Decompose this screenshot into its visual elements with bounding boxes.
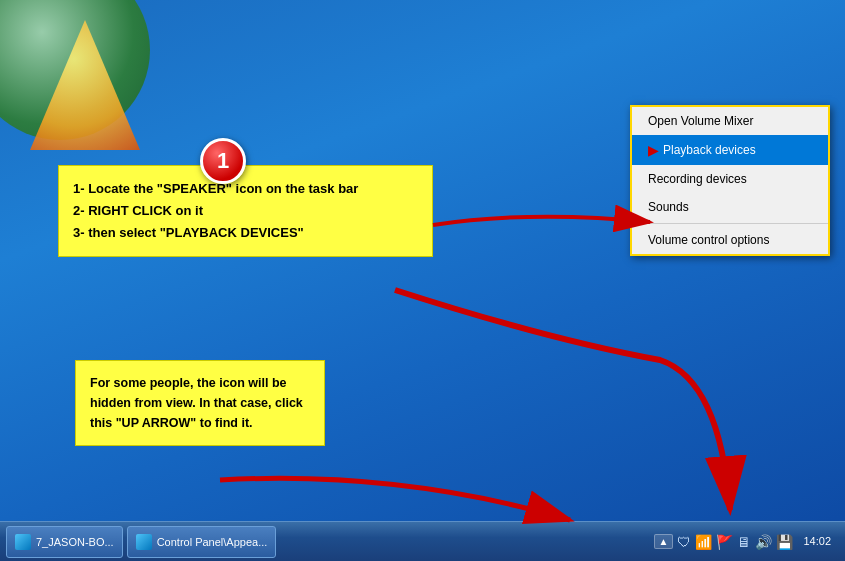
tray-drive-icon[interactable]: 💾 (776, 534, 793, 550)
taskbar: 7_JASON-BO... Control Panel\Appea... ▲ 🛡… (0, 521, 845, 561)
menu-item-playback-devices-label: Playback devices (663, 143, 756, 157)
step1-number: 1 (217, 148, 229, 174)
callout2-box: For some people, the icon will be hidden… (75, 360, 325, 446)
taskbar-item-1-icon (15, 534, 31, 550)
menu-item-volume-control-options-label: Volume control options (648, 233, 769, 247)
taskbar-item-1[interactable]: 7_JASON-BO... (6, 526, 123, 558)
callout1-line3: 3- then select "PLAYBACK DEVICES" (73, 222, 418, 244)
tray-speaker-icon[interactable]: 🔊 (755, 534, 772, 550)
tray-flag-icon[interactable]: 🚩 (716, 534, 733, 550)
taskbar-item-2[interactable]: Control Panel\Appea... (127, 526, 277, 558)
step1-circle: 1 (200, 138, 246, 184)
systray: ▲ 🛡 📶 🚩 🖥 🔊 💾 14:02 (646, 534, 845, 550)
tray-network-icon[interactable]: 📶 (695, 534, 712, 550)
taskbar-clock: 14:02 (797, 534, 837, 549)
menu-item-volume-control-options[interactable]: Volume control options (632, 226, 828, 254)
menu-item-playback-devices[interactable]: ▶ Playback devices (632, 135, 828, 165)
menu-item-sounds[interactable]: Sounds (632, 193, 828, 221)
start-area: 7_JASON-BO... Control Panel\Appea... (0, 522, 282, 561)
menu-item-recording-devices[interactable]: Recording devices (632, 165, 828, 193)
desktop: ▲ 🛡 📶 🔊 14:10 Open Volume Mixer ▶ Playba… (0, 0, 845, 561)
context-menu-separator (632, 223, 828, 224)
taskbar-item-1-label: 7_JASON-BO... (36, 536, 114, 548)
step1-badge: 1 (200, 138, 246, 184)
menu-item-recording-devices-label: Recording devices (648, 172, 747, 186)
callout1-line2: 2- RIGHT CLICK on it (73, 200, 418, 222)
callout2-text: For some people, the icon will be hidden… (90, 373, 310, 433)
menu-item-open-volume-mixer[interactable]: Open Volume Mixer (632, 107, 828, 135)
playback-arrow-indicator: ▶ (648, 142, 659, 158)
tray-security-icon[interactable]: 🛡 (677, 534, 691, 550)
menu-item-open-volume-mixer-label: Open Volume Mixer (648, 114, 753, 128)
menu-item-sounds-label: Sounds (648, 200, 689, 214)
tray-up-arrow[interactable]: ▲ (654, 534, 674, 549)
context-menu: Open Volume Mixer ▶ Playback devices Rec… (630, 105, 830, 256)
taskbar-item-2-label: Control Panel\Appea... (157, 536, 268, 548)
tray-monitor-icon[interactable]: 🖥 (737, 534, 751, 550)
taskbar-item-2-icon (136, 534, 152, 550)
